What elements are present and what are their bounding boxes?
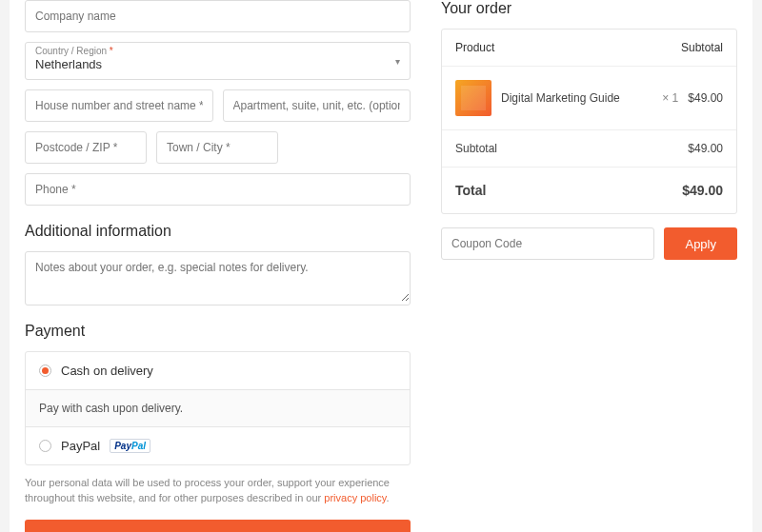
street-input[interactable]: [26, 90, 212, 121]
order-heading: Your order: [441, 0, 737, 17]
city-input[interactable]: [157, 132, 277, 163]
order-notes-input[interactable]: [26, 252, 410, 302]
subtotal-value: $49.00: [688, 142, 723, 155]
product-thumbnail: [455, 80, 491, 116]
radio-cod[interactable]: [39, 365, 51, 377]
country-value: Netherlands: [35, 57, 400, 73]
total-value: $49.00: [682, 183, 723, 198]
total-label: Total: [455, 183, 682, 198]
order-item-row: Digital Marketing Guide × 1 $49.00: [442, 67, 736, 130]
privacy-notice: Your personal data will be used to proce…: [25, 475, 411, 506]
company-input[interactable]: [26, 1, 410, 31]
place-order-button[interactable]: Place Order $49.00: [25, 520, 411, 532]
order-notes-field[interactable]: [25, 251, 411, 305]
city-field[interactable]: [156, 131, 278, 164]
street-field[interactable]: [25, 89, 213, 122]
apartment-field[interactable]: [223, 89, 411, 122]
subtotal-col: Subtotal: [681, 41, 723, 54]
paypal-icon: PayPal: [110, 439, 150, 453]
chevron-down-icon: ▾: [395, 55, 400, 66]
cod-description: Pay with cash upon delivery.: [26, 390, 410, 427]
privacy-policy-link[interactable]: privacy policy: [324, 492, 386, 503]
order-table: Product Subtotal Digital Marketing Guide…: [441, 29, 737, 214]
radio-paypal[interactable]: [39, 440, 51, 452]
paypal-label: PayPal: [61, 439, 100, 453]
product-qty: × 1: [662, 91, 678, 105]
cod-label: Cash on delivery: [61, 364, 153, 378]
subtotal-label: Subtotal: [455, 142, 688, 155]
company-field[interactable]: [25, 0, 411, 32]
total-row: Total $49.00: [442, 167, 736, 213]
postcode-field[interactable]: [25, 131, 147, 164]
billing-form: Country / Region * Netherlands ▾: [25, 0, 411, 532]
country-select[interactable]: Country / Region * Netherlands ▾: [25, 42, 411, 80]
product-name: Digital Marketing Guide: [501, 91, 652, 105]
apartment-input[interactable]: [224, 90, 411, 121]
subtotal-row: Subtotal $49.00: [442, 130, 736, 167]
payment-methods: Cash on delivery Pay with cash upon deli…: [25, 351, 411, 465]
coupon-row: Apply: [441, 227, 737, 260]
payment-heading: Payment: [25, 323, 411, 340]
payment-option-cod[interactable]: Cash on delivery: [26, 352, 410, 390]
additional-info-heading: Additional information: [25, 223, 411, 240]
order-table-header: Product Subtotal: [442, 30, 736, 67]
product-price: $49.00: [688, 91, 723, 105]
country-label: Country / Region *: [35, 46, 400, 57]
order-summary: Your order Product Subtotal Digital Mark…: [441, 0, 737, 532]
phone-input[interactable]: [26, 174, 410, 205]
coupon-field[interactable]: [441, 227, 654, 260]
apply-coupon-button[interactable]: Apply: [664, 227, 737, 260]
phone-field[interactable]: [25, 173, 411, 206]
payment-option-paypal[interactable]: PayPal PayPal: [26, 427, 410, 464]
product-col: Product: [455, 41, 681, 54]
postcode-input[interactable]: [26, 132, 146, 163]
coupon-input[interactable]: [442, 228, 653, 259]
